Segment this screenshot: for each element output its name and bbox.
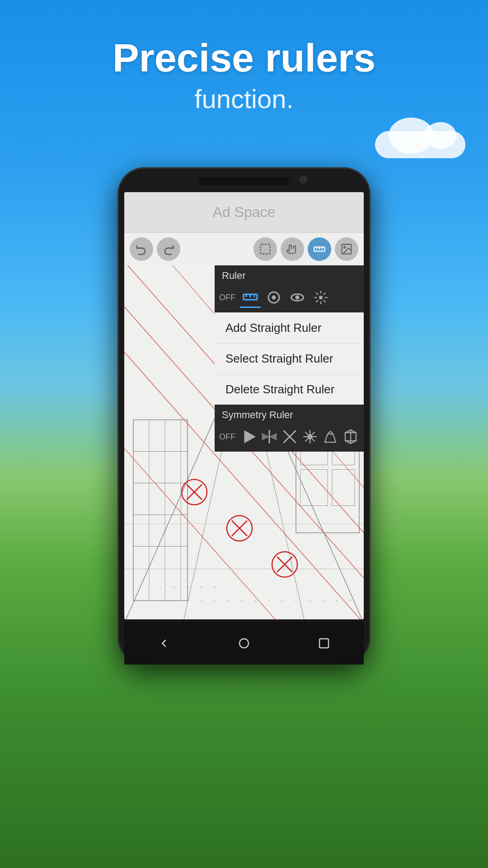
svg-point-48: [186, 586, 189, 589]
nav-back-button[interactable]: [153, 632, 175, 655]
ruler-section-title: Ruler: [215, 265, 364, 284]
straight-ruler-icon-button[interactable]: [240, 287, 261, 308]
symmetry-mirror-icon-button[interactable]: [260, 426, 278, 447]
svg-point-52: [173, 599, 175, 602]
svg-point-51: [159, 599, 162, 602]
phone-body: Ad Space: [117, 167, 371, 665]
title-section: Precise rulers function.: [0, 36, 488, 114]
svg-marker-85: [263, 434, 268, 439]
svg-point-55: [213, 599, 216, 602]
redo-button[interactable]: [157, 237, 180, 261]
symmetry-x-icon-button[interactable]: [281, 426, 298, 447]
ellipse-ruler-icon-button[interactable]: [287, 287, 308, 308]
title-main: Precise rulers: [0, 36, 488, 80]
phone-screen: Ad Space: [124, 192, 364, 619]
toolbar: [124, 233, 364, 265]
svg-point-58: [254, 599, 257, 602]
svg-line-79: [316, 293, 319, 295]
symmetry-perspective-icon-button[interactable]: [321, 426, 339, 447]
svg-point-56: [227, 599, 230, 602]
svg-marker-86: [271, 434, 276, 439]
svg-point-46: [159, 586, 162, 589]
radial-ruler-icon-button[interactable]: [310, 287, 331, 308]
svg-point-57: [240, 599, 243, 602]
gallery-button[interactable]: [335, 237, 358, 261]
svg-point-59: [267, 599, 270, 602]
svg-point-60: [281, 599, 284, 602]
selection-button[interactable]: [253, 237, 277, 261]
svg-rect-36: [332, 470, 355, 506]
symmetry-off-label: OFF: [219, 432, 235, 442]
svg-point-100: [239, 639, 249, 648]
svg-point-54: [200, 599, 202, 602]
svg-point-73: [296, 296, 299, 299]
svg-point-74: [319, 296, 322, 299]
nav-recents-button[interactable]: [313, 632, 335, 655]
select-straight-ruler-item[interactable]: Select Straight Ruler: [215, 343, 364, 374]
svg-line-81: [324, 293, 326, 295]
phone-camera: [299, 175, 307, 184]
symmetry-cube-icon-button[interactable]: [342, 426, 359, 447]
cloud: [375, 131, 465, 158]
add-straight-ruler-item[interactable]: Add Straight Ruler: [215, 312, 364, 343]
svg-point-6: [344, 246, 346, 248]
svg-point-63: [322, 599, 324, 602]
undo-button[interactable]: [130, 237, 153, 261]
phone-nav: [124, 622, 364, 665]
circle-ruler-icon-button[interactable]: [263, 287, 284, 308]
symmetry-radial-icon-button[interactable]: [301, 426, 319, 447]
svg-rect-19: [133, 420, 188, 601]
svg-point-47: [173, 586, 175, 589]
svg-marker-83: [245, 431, 254, 442]
ruler-button[interactable]: [308, 237, 331, 261]
svg-marker-94: [325, 434, 336, 442]
svg-point-53: [186, 599, 189, 602]
title-sub: function.: [0, 84, 488, 114]
ruler-panel: Ruler OFF: [215, 265, 364, 452]
delete-straight-ruler-item[interactable]: Delete Straight Ruler: [215, 374, 364, 405]
ruler-off-label: OFF: [219, 293, 235, 302]
svg-line-82: [316, 300, 319, 302]
phone-speaker: [199, 177, 289, 185]
svg-point-71: [272, 296, 275, 299]
ad-space: Ad Space: [124, 192, 364, 233]
svg-rect-0: [261, 245, 270, 254]
tooltip-arrow: [316, 265, 325, 270]
svg-point-61: [295, 599, 297, 602]
svg-point-62: [308, 599, 311, 602]
symmetry-play-icon-button[interactable]: [240, 426, 258, 447]
symmetry-section-title: Symmetry Ruler: [215, 405, 364, 424]
ad-space-text: Ad Space: [213, 204, 276, 221]
svg-rect-101: [319, 639, 328, 648]
canvas-area[interactable]: Ruler OFF: [124, 265, 364, 619]
nav-home-button[interactable]: [233, 632, 255, 655]
svg-point-65: [349, 599, 352, 602]
phone: Ad Space: [117, 167, 371, 665]
ruler-icons-row: OFF: [215, 284, 364, 312]
hand-button[interactable]: [281, 237, 304, 261]
svg-line-80: [324, 300, 326, 302]
svg-point-50: [213, 586, 216, 589]
svg-point-64: [335, 599, 338, 602]
symmetry-icons-row: OFF: [215, 424, 364, 452]
svg-point-49: [200, 586, 202, 589]
